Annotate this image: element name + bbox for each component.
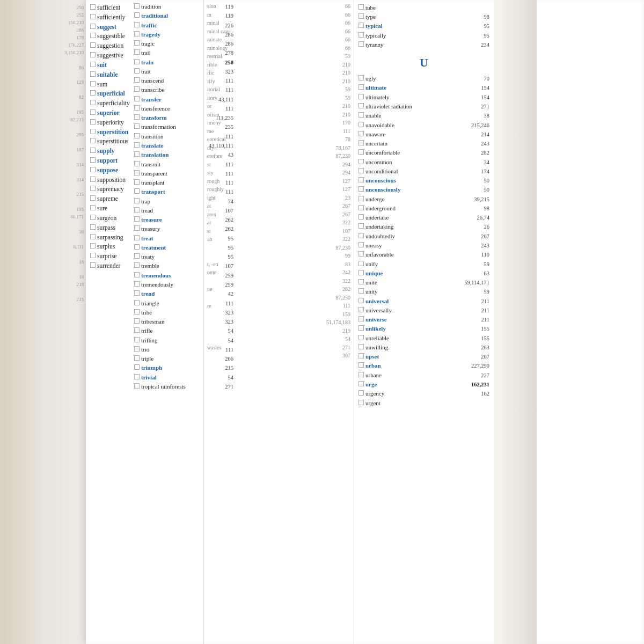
checkbox[interactable] bbox=[90, 205, 96, 210]
checkbox[interactable] bbox=[90, 253, 96, 258]
checkbox[interactable] bbox=[90, 138, 96, 143]
page-number: 54 bbox=[228, 327, 234, 335]
checkbox[interactable] bbox=[358, 214, 364, 219]
checkbox[interactable] bbox=[358, 122, 364, 127]
checkbox[interactable] bbox=[90, 177, 96, 182]
page-number: 107 bbox=[225, 207, 233, 215]
page-number: 39,215 bbox=[474, 195, 489, 204]
checkbox[interactable] bbox=[358, 159, 364, 164]
checkbox[interactable] bbox=[90, 224, 96, 230]
checkbox[interactable] bbox=[358, 140, 364, 145]
list-item: ultraviolet radiation 271 bbox=[358, 102, 489, 111]
page-number: 174 bbox=[481, 167, 489, 176]
checkbox[interactable] bbox=[90, 262, 96, 268]
checkbox[interactable] bbox=[358, 205, 364, 210]
page-number: 111 bbox=[225, 77, 233, 85]
checkbox[interactable] bbox=[90, 42, 96, 48]
list-item: train 250 bbox=[204, 58, 233, 67]
word-label: unity bbox=[365, 287, 378, 296]
page-number: 111 bbox=[225, 170, 233, 178]
checkbox[interactable] bbox=[358, 13, 364, 19]
checkbox[interactable] bbox=[90, 4, 96, 10]
checkbox[interactable] bbox=[358, 381, 364, 386]
checkbox[interactable] bbox=[358, 298, 364, 303]
checkbox[interactable] bbox=[358, 32, 364, 38]
checkbox[interactable] bbox=[90, 186, 96, 191]
word-label: suggest bbox=[97, 23, 116, 32]
checkbox[interactable] bbox=[358, 84, 364, 90]
checkbox[interactable] bbox=[90, 157, 96, 163]
checkbox[interactable] bbox=[90, 71, 96, 77]
checkbox[interactable] bbox=[358, 251, 364, 257]
checkbox[interactable] bbox=[358, 279, 364, 284]
checkbox[interactable] bbox=[90, 81, 96, 86]
page-number: 211 bbox=[481, 297, 489, 306]
checkbox[interactable] bbox=[358, 41, 364, 47]
checkbox[interactable] bbox=[358, 390, 364, 396]
checkbox[interactable] bbox=[90, 90, 96, 96]
checkbox[interactable] bbox=[358, 400, 364, 405]
checkbox[interactable] bbox=[358, 242, 364, 247]
page-number: 262 bbox=[225, 225, 233, 233]
checkbox[interactable] bbox=[90, 243, 96, 248]
checkbox[interactable] bbox=[90, 100, 96, 105]
checkbox[interactable] bbox=[358, 168, 364, 173]
page-number: 263 bbox=[481, 343, 489, 352]
checkbox[interactable] bbox=[358, 261, 364, 266]
checkbox[interactable] bbox=[358, 335, 364, 340]
checkbox[interactable] bbox=[358, 307, 364, 312]
word-label: urgency bbox=[365, 389, 384, 398]
list-item: triumph 215 bbox=[204, 363, 233, 372]
checkbox[interactable] bbox=[90, 167, 96, 172]
checkbox[interactable] bbox=[358, 325, 364, 331]
checkbox[interactable] bbox=[358, 186, 364, 192]
checkbox[interactable] bbox=[90, 109, 96, 115]
checkbox[interactable] bbox=[358, 196, 364, 201]
checkbox[interactable] bbox=[358, 75, 364, 80]
checkbox[interactable] bbox=[358, 344, 364, 349]
checkbox[interactable] bbox=[90, 234, 96, 239]
word-label: surpass bbox=[97, 223, 115, 233]
list-item: treaty 95 bbox=[204, 252, 233, 261]
checkbox[interactable] bbox=[358, 112, 364, 118]
checkbox[interactable] bbox=[90, 148, 96, 153]
list-item: transport 111 bbox=[204, 187, 233, 196]
list-item: tragic 286 bbox=[204, 39, 233, 48]
checkbox[interactable] bbox=[90, 195, 96, 201]
checkbox[interactable] bbox=[358, 223, 364, 229]
list-item: transform 111,235 bbox=[204, 113, 233, 122]
checkbox[interactable] bbox=[90, 33, 96, 38]
checkbox[interactable] bbox=[90, 14, 96, 19]
list-item: trail 278 bbox=[204, 48, 233, 57]
checkbox[interactable] bbox=[90, 215, 96, 220]
checkbox[interactable] bbox=[358, 149, 364, 155]
page-number: 154 bbox=[481, 84, 489, 92]
checkbox[interactable] bbox=[90, 129, 96, 134]
checkbox[interactable] bbox=[90, 24, 96, 29]
checkbox[interactable] bbox=[358, 372, 364, 377]
checkbox[interactable] bbox=[90, 52, 96, 57]
checkbox[interactable] bbox=[358, 131, 364, 136]
checkbox[interactable] bbox=[358, 177, 364, 182]
checkbox[interactable] bbox=[358, 362, 364, 368]
checkbox[interactable] bbox=[358, 270, 364, 275]
checkbox[interactable] bbox=[358, 103, 364, 108]
checkbox[interactable] bbox=[358, 316, 364, 321]
checkbox[interactable] bbox=[358, 353, 364, 358]
page-number: 43,110,111 bbox=[209, 142, 233, 150]
checkbox[interactable] bbox=[90, 62, 96, 67]
list-item: undergo 39,215 bbox=[358, 195, 489, 204]
page-number: 111 bbox=[225, 133, 233, 141]
word-label: unite bbox=[365, 278, 377, 287]
checkbox[interactable] bbox=[358, 94, 364, 99]
checkbox[interactable] bbox=[358, 233, 364, 238]
word-label: universal bbox=[365, 297, 389, 306]
checkbox[interactable] bbox=[358, 23, 364, 28]
checkbox[interactable] bbox=[358, 4, 364, 10]
checkbox[interactable] bbox=[358, 288, 364, 294]
page-number: 111 bbox=[225, 188, 233, 196]
checkbox[interactable] bbox=[90, 119, 96, 125]
page-number: 95 bbox=[228, 253, 234, 261]
list-item: underground 98 bbox=[358, 204, 489, 213]
word-label: supremacy bbox=[97, 185, 124, 194]
